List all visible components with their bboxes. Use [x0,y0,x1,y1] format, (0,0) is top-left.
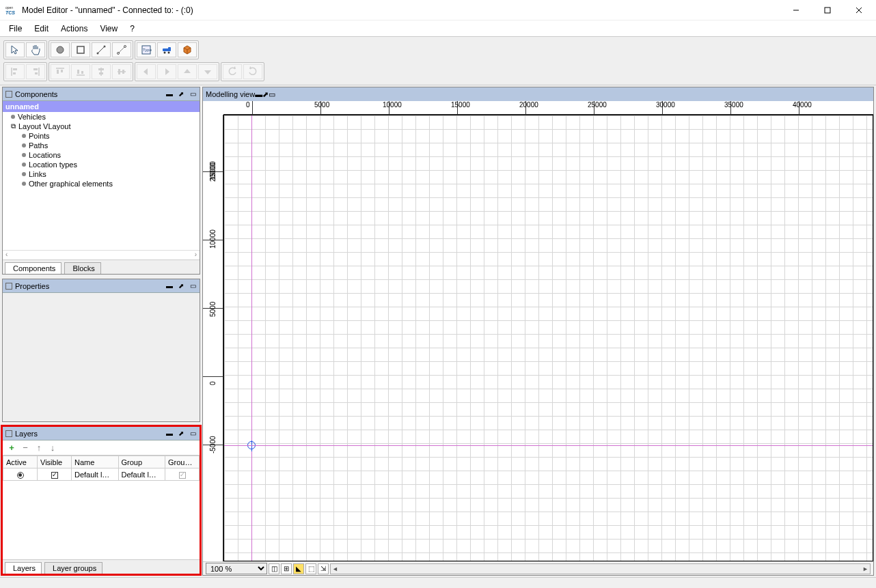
minimize-button[interactable] [780,0,812,20]
layer-active-radio[interactable] [3,468,38,481]
tool-location[interactable] [71,42,90,57]
panel-icon [5,283,12,290]
arrow-down[interactable] [198,64,217,79]
tool-location-type[interactable]: Type [137,42,156,57]
arrow-right[interactable] [157,64,176,79]
arrow-up[interactable] [178,64,197,79]
arrow-left[interactable] [137,64,156,79]
close-button[interactable] [843,0,875,20]
panel-minimize-icon[interactable]: ▬ [164,281,175,291]
components-title: Components [15,90,57,98]
layer-group[interactable]: Default l… [118,468,165,481]
footer-tool-5[interactable]: ⇲ [318,563,329,574]
panel-popout-icon[interactable]: ⬈ [176,429,187,438]
properties-panel-header: Properties ▬ ⬈ ▭ [3,279,200,293]
svg-rect-15 [168,47,171,51]
tab-layer-groups[interactable]: Layer groups [44,562,102,574]
panel-icon [5,91,12,98]
panel-maximize-icon[interactable]: ▭ [187,429,198,438]
col-name[interactable]: Name [72,456,119,468]
canvas-grid[interactable] [223,115,873,561]
tree-item-other-graphical[interactable]: Other graphical elements [3,179,200,188]
align-center-h[interactable] [92,64,111,79]
ruler-vertical: 20000 15000 10000 5000 0 -5000 [203,115,223,561]
col-group-vis[interactable]: Group ... [165,456,200,468]
svg-rect-22 [33,68,38,70]
panel-popout-icon[interactable]: ⬈ [262,90,269,99]
col-active[interactable]: Active [3,456,38,468]
layers-panel: Layers ▬ ⬈ ▭ + − ↑ ↓ Active Visible Name… [2,426,200,574]
tab-blocks[interactable]: Blocks [64,262,100,274]
maximize-button[interactable] [812,0,843,20]
tree-scrollbar[interactable]: ‹› [3,250,200,260]
svg-line-11 [119,47,124,53]
panel-minimize-icon[interactable]: ▬ [164,89,175,99]
svg-point-4 [57,46,64,53]
tree-item-layout[interactable]: ⧉Layout VLayout [3,122,200,131]
tool-link[interactable] [112,42,131,57]
rotate-right[interactable] [243,64,262,79]
layer-remove-button[interactable]: − [20,443,30,453]
svg-point-10 [124,46,126,48]
layer-add-button[interactable]: + [7,443,16,453]
menu-edit[interactable]: Edit [28,22,55,36]
titlebar: open TCS Model Editor - "unnamed" - Conn… [0,0,876,20]
align-top[interactable] [51,64,70,79]
footer-tool-2[interactable]: ⊞ [281,563,292,574]
window-title: Model Editor - "unnamed" - Connected to:… [22,5,780,15]
col-group[interactable]: Group [118,456,165,468]
zoom-select[interactable]: 100 % [206,563,267,574]
footer-tool-1[interactable]: ◫ [269,563,279,574]
footer-tool-3[interactable]: ◣ [293,563,304,574]
tree-item-links[interactable]: Links [3,169,200,179]
tree-item-location-types[interactable]: Location types [3,160,200,169]
components-panel-header: Components ▬ ⬈ ▭ [3,87,200,101]
menu-actions[interactable]: Actions [55,22,94,36]
layer-visible-check[interactable] [38,468,72,481]
panel-popout-icon[interactable]: ⬈ [176,281,187,291]
tab-components[interactable]: Components [5,262,61,274]
align-center-v[interactable] [112,64,131,79]
menu-file[interactable]: File [3,22,28,36]
layer-row[interactable]: Default l… Default l… [3,468,200,481]
panel-popout-icon[interactable]: ⬈ [176,89,187,99]
layers-table: Active Visible Name Group Group ... Defa… [3,456,200,481]
tool-path[interactable] [92,42,111,57]
canvas[interactable]: 0 5000 10000 15000 20000 25000 30000 350… [203,101,873,561]
align-left[interactable] [5,64,25,79]
panel-minimize-icon[interactable]: ▬ [164,429,175,438]
tab-layers[interactable]: Layers [5,562,42,574]
canvas-footer: 100 % ◫ ⊞ ◣ ⬚ ⇲ ◄► [203,561,873,575]
layer-up-button[interactable]: ↑ [34,443,44,453]
layers-panel-header: Layers ▬ ⬈ ▭ [3,427,200,440]
tree-item-vehicles[interactable]: Vehicles [3,112,200,122]
tree-item-paths[interactable]: Paths [3,141,200,150]
rotate-left[interactable] [223,64,242,79]
tool-pan[interactable] [26,42,45,57]
tool-point[interactable] [51,42,70,57]
footer-tool-4[interactable]: ⬚ [305,563,316,574]
canvas-h-scrollbar[interactable]: ◄► [330,563,871,574]
components-panel: Components ▬ ⬈ ▭ unnamed Vehicles ⧉Layou… [2,87,200,275]
components-root[interactable]: unnamed [3,101,200,112]
col-visible[interactable]: Visible [38,456,72,468]
align-bottom[interactable] [71,64,90,79]
svg-rect-28 [77,70,79,74]
tool-block[interactable] [178,42,197,57]
menu-help[interactable]: ? [124,22,141,36]
tool-vehicle[interactable] [157,42,176,57]
align-right[interactable] [26,64,45,79]
svg-rect-23 [35,72,38,74]
tree-item-points[interactable]: Points [3,131,200,141]
layer-down-button[interactable]: ↓ [48,443,57,453]
panel-maximize-icon[interactable]: ▭ [187,281,198,291]
menu-view[interactable]: View [94,22,124,36]
tree-item-locations[interactable]: Locations [3,150,200,160]
statusbar [0,577,876,588]
layers-title: Layers [15,430,38,438]
layer-name[interactable]: Default l… [72,468,119,481]
panel-minimize-icon[interactable]: ▬ [255,90,262,98]
panel-maximize-icon[interactable]: ▭ [269,90,275,99]
tool-select[interactable] [5,42,25,57]
panel-maximize-icon[interactable]: ▭ [187,89,198,99]
